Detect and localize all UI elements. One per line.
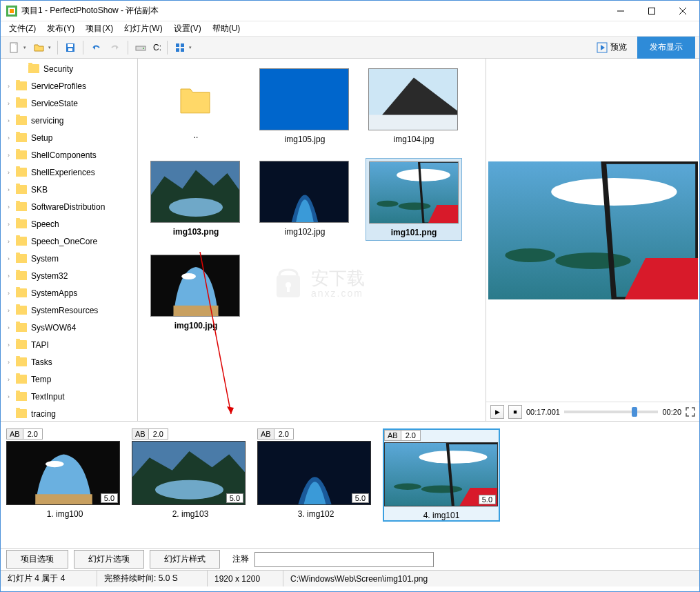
view-mode-button[interactable]	[171, 39, 194, 57]
tree-item[interactable]: ›SysWOW64	[1, 319, 137, 336]
tree-item[interactable]: ›System	[1, 250, 137, 267]
project-options-button[interactable]: 项目选项	[6, 550, 68, 569]
svg-rect-41	[35, 494, 92, 505]
svg-point-40	[46, 461, 63, 467]
slide-item[interactable]: AB2.0 5.0 1. img100	[6, 428, 123, 522]
tree-item[interactable]: ›SystemApps	[1, 284, 137, 302]
tree-item[interactable]: ›TextInput	[1, 388, 137, 405]
svg-point-29	[181, 273, 196, 279]
svg-rect-20	[369, 115, 457, 131]
svg-point-48	[421, 485, 462, 493]
slide-options-button[interactable]: 幻灯片选项	[74, 550, 144, 569]
thumb-item[interactable]: img105.jpg	[257, 66, 353, 147]
svg-rect-2	[10, 9, 14, 13]
tree-item[interactable]: ›SystemResources	[1, 302, 137, 319]
save-button[interactable]	[61, 39, 79, 57]
slide-item[interactable]: AB2.0 5.0 2. img103	[132, 428, 249, 522]
play-icon	[597, 42, 608, 53]
svg-point-37	[505, 248, 555, 262]
menu-项目(X)[interactable]: 项目(X)	[80, 21, 119, 36]
svg-rect-13	[176, 43, 179, 47]
app-icon	[6, 6, 17, 17]
window-title: 项目1 - PerfectPhotoShow - 评估副本	[21, 5, 605, 17]
preview-button[interactable]: 预览	[589, 38, 634, 57]
tree-item[interactable]: ›Setup	[1, 129, 137, 146]
svg-rect-4	[648, 8, 654, 14]
redo-button[interactable]	[106, 39, 124, 57]
time-current: 00:17.001	[526, 408, 560, 416]
menu-文件(Z)[interactable]: 文件(Z)	[3, 21, 41, 36]
timeline-panel[interactable]: AB2.0 5.0 1. img100AB2.0 5.0 2. img103AB…	[1, 421, 699, 548]
tree-item[interactable]: ›TAPI	[1, 336, 137, 353]
tree-item[interactable]: ›SoftwareDistribution	[1, 198, 137, 215]
maximize-button[interactable]	[636, 1, 667, 21]
slide-item[interactable]: AB2.0 5.0 4. img101	[383, 428, 500, 522]
thumb-item[interactable]: img100.jpg	[148, 252, 244, 333]
slide-item[interactable]: AB2.0 5.0 3. img102	[257, 428, 374, 522]
toolbar: C: 预览 发布显示	[1, 37, 699, 59]
minimize-button[interactable]	[605, 1, 636, 21]
play-button[interactable]: ▶	[490, 405, 504, 419]
time-slider[interactable]	[564, 411, 659, 413]
stop-button[interactable]: ■	[508, 405, 522, 419]
tree-item[interactable]: Security	[1, 60, 137, 77]
svg-point-25	[397, 169, 450, 181]
fullscreen-icon[interactable]	[686, 407, 695, 417]
svg-point-47	[394, 484, 421, 490]
tree-item[interactable]: ›Speech_OneCore	[1, 233, 137, 250]
note-input[interactable]	[254, 552, 434, 567]
tree-item[interactable]: ›servicing	[1, 112, 137, 129]
svg-point-46	[419, 451, 488, 464]
drive-label: C:	[153, 43, 161, 52]
svg-point-36	[551, 178, 677, 206]
svg-rect-30	[174, 306, 219, 317]
tree-item[interactable]: ›ShellComponents	[1, 146, 137, 164]
svg-point-38	[555, 253, 630, 269]
svg-rect-15	[176, 48, 179, 52]
svg-point-27	[399, 202, 431, 210]
close-button[interactable]	[667, 1, 698, 21]
tree-item[interactable]: ›SKB	[1, 181, 137, 198]
svg-point-43	[155, 480, 223, 500]
status-path: C:\Windows\Web\Screen\img101.png	[283, 571, 699, 586]
drive-icon[interactable]	[132, 39, 150, 57]
tree-item[interactable]: tracing	[1, 405, 137, 421]
tree-item[interactable]: ›Temp	[1, 371, 137, 388]
slide-style-button[interactable]: 幻灯片样式	[150, 550, 220, 569]
tree-item[interactable]: ›Tasks	[1, 353, 137, 371]
tree-item[interactable]: ›ServiceState	[1, 95, 137, 112]
tree-item[interactable]: ›ShellExperiences	[1, 164, 137, 181]
thumb-item[interactable]: img104.jpg	[366, 66, 462, 147]
tree-item[interactable]: ›System32	[1, 267, 137, 284]
statusbar: 幻灯片 4 属于 4 完整持续时间: 5.0 S 1920 x 1200 C:\…	[1, 570, 699, 586]
preview-panel: ▶ ■ 00:17.001 00:20	[486, 59, 699, 421]
tree-item[interactable]: ›ServiceProfiles	[1, 77, 137, 95]
status-duration: 完整持续时间: 5.0 S	[97, 571, 208, 586]
open-button[interactable]	[30, 39, 54, 57]
svg-rect-18	[260, 68, 348, 130]
tree-item[interactable]: ›Speech	[1, 215, 137, 233]
thumb-item[interactable]: img101.png	[366, 158, 462, 241]
menu-帮助(U)[interactable]: 帮助(U)	[207, 21, 246, 36]
menu-幻灯片(W)[interactable]: 幻灯片(W)	[119, 21, 168, 36]
svg-point-26	[377, 201, 398, 207]
publish-button[interactable]: 发布显示	[637, 37, 695, 59]
menu-设置(V)[interactable]: 设置(V)	[168, 21, 207, 36]
svg-rect-14	[181, 43, 184, 47]
thumb-item[interactable]: img102.jpg	[257, 158, 353, 241]
thumb-item[interactable]: img103.png	[148, 158, 244, 241]
thumb-item[interactable]: ..	[148, 66, 244, 147]
svg-rect-9	[68, 44, 73, 47]
svg-point-22	[169, 198, 223, 217]
titlebar: 项目1 - PerfectPhotoShow - 评估副本	[1, 1, 699, 21]
svg-point-12	[143, 48, 144, 49]
thumbnail-panel[interactable]: ..img105.jpgimg104.jpgimg103.pngimg102.j…	[138, 59, 486, 421]
menu-发布(Y)[interactable]: 发布(Y)	[41, 21, 80, 36]
note-label: 注释	[232, 553, 249, 565]
new-button[interactable]	[6, 39, 29, 57]
undo-button[interactable]	[87, 39, 105, 57]
svg-rect-10	[68, 48, 72, 51]
folder-tree[interactable]: Security›ServiceProfiles›ServiceState›se…	[1, 59, 138, 421]
preview-image	[486, 59, 699, 402]
bottom-controls: 项目选项 幻灯片选项 幻灯片样式 注释	[1, 548, 699, 570]
